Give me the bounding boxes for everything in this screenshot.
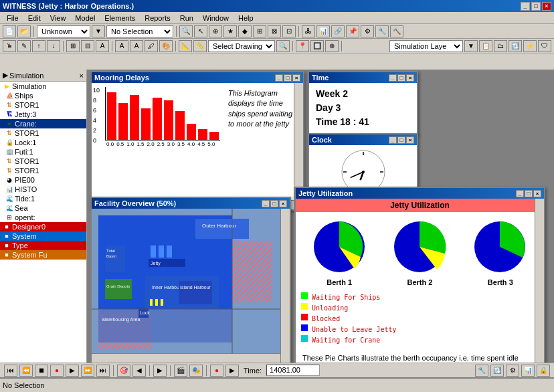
tb-unknown-select[interactable]: Unknown (37, 25, 90, 37)
tb-btn14[interactable]: 🔧 (375, 25, 389, 37)
tb-btn13[interactable]: ⚙ (361, 25, 374, 37)
tb2-btn16[interactable]: ⊕ (325, 40, 339, 52)
tree-item-futi[interactable]: 🏢 Futi:1 (0, 147, 86, 157)
clock-close[interactable]: × (406, 136, 414, 144)
menu-file[interactable]: File (3, 13, 23, 23)
tb-btn5[interactable]: ◆ (238, 25, 252, 37)
playback-stop[interactable]: ⏹ (35, 365, 48, 377)
pb-settings2[interactable]: 🔃 (490, 365, 504, 377)
menu-window[interactable]: Window (199, 13, 233, 23)
playback-forward-end[interactable]: ⏭ (96, 365, 110, 377)
tree-item-sea[interactable]: 🌊 Sea (0, 203, 86, 213)
playback-rewind-end[interactable]: ⏮ (4, 365, 17, 377)
maximize-button[interactable]: □ (531, 2, 541, 11)
tb-btn4[interactable]: ★ (223, 25, 237, 37)
clock-maximize[interactable]: □ (397, 136, 405, 144)
tree-collapse-icon[interactable]: ▶ (3, 71, 8, 80)
playback-play[interactable]: ▶ (66, 365, 79, 377)
playback-rewind[interactable]: ⏪ (19, 365, 33, 377)
facility-minimize[interactable]: _ (262, 200, 270, 207)
playback-rec-red[interactable]: ● (210, 365, 223, 377)
tree-item-system[interactable]: ■ System (0, 231, 86, 241)
tb2-btn8[interactable]: A (115, 40, 128, 52)
tb-btn6[interactable]: ⊞ (253, 25, 266, 37)
tb2-btn9[interactable]: A (130, 40, 143, 52)
tree-item-sysfu[interactable]: ■ System Fu (0, 250, 86, 260)
menu-model[interactable]: Model (71, 13, 99, 23)
jetty-title[interactable]: Jetty Utilization _ □ × (296, 188, 544, 199)
tb2-btn3[interactable]: ↑ (32, 40, 45, 52)
facility-vscroll[interactable] (280, 209, 290, 363)
pb-settings4[interactable]: 📊 (521, 365, 535, 377)
tree-item-open[interactable]: ⊞ opent: (0, 213, 86, 222)
pb-settings5[interactable]: 🔒 (537, 365, 550, 377)
jetty-vscroll[interactable] (535, 199, 544, 377)
tb2-layer-btn[interactable]: ▼ (464, 40, 478, 52)
tb2-btn13[interactable]: 📏 (193, 40, 207, 52)
tree-scroll[interactable]: ▶ Simulation ⛵ Ships ⇅ STOR1 🏗 Jetty:3 ●… (0, 82, 86, 376)
tree-item-stor1c[interactable]: ⇅ STOR1 (0, 157, 86, 166)
playback-step2[interactable]: ◀ (132, 365, 146, 377)
tree-item-histo[interactable]: 📊 HISTO (0, 185, 86, 194)
time-value-field[interactable]: 14081.00 (266, 365, 320, 376)
tb2-btn14[interactable]: 📍 (296, 40, 309, 52)
tree-close-icon[interactable]: × (80, 72, 84, 80)
tb-btn15[interactable]: 🔨 (390, 25, 403, 37)
clock-window-title[interactable]: Clock _ □ × (309, 134, 417, 145)
menu-view[interactable]: View (46, 13, 70, 23)
tb2-btn7[interactable]: A (96, 40, 109, 52)
menu-help[interactable]: Help (234, 13, 258, 23)
minimize-button[interactable]: _ (521, 2, 530, 11)
playback-btn1[interactable]: ▶ (153, 365, 167, 377)
clock-minimize[interactable]: _ (389, 136, 397, 144)
tb2-dropdown[interactable]: 🔍 (276, 40, 290, 52)
tree-item-designer[interactable]: ■ Designer0 (0, 222, 86, 231)
menu-run[interactable]: Run (176, 13, 197, 23)
time-window-title[interactable]: Time _ □ × (309, 72, 417, 83)
facility-title[interactable]: Facility Overview (50%) _ □ × (92, 198, 290, 209)
tree-item-stor1d[interactable]: ⇅ STOR1 (0, 166, 86, 175)
jetty-maximize[interactable]: □ (525, 190, 533, 197)
tb2-btn18[interactable]: 🗂 (494, 40, 507, 52)
tb-btn1[interactable]: 🔍 (179, 25, 193, 37)
playback-btn3[interactable]: 🎭 (189, 365, 203, 377)
tb2-btn12[interactable]: 📐 (179, 40, 192, 52)
mooring-minimize[interactable]: _ (275, 74, 283, 82)
tb-btn8[interactable]: ⊡ (282, 25, 296, 37)
playback-step[interactable]: 🎯 (117, 365, 130, 377)
tb-btn10[interactable]: 📊 (316, 25, 330, 37)
tree-item-type[interactable]: ■ Type (0, 241, 86, 250)
playback-play2[interactable]: ▶ (225, 365, 239, 377)
time-minimize[interactable]: _ (389, 74, 397, 82)
tree-item-pie[interactable]: ◕ PIE00 (0, 175, 86, 185)
tb2-btn11[interactable]: 🎨 (159, 40, 173, 52)
tb2-btn21[interactable]: 🛡 (538, 40, 551, 52)
tb2-btn5[interactable]: ⊞ (66, 40, 80, 52)
close-button[interactable]: × (542, 2, 551, 11)
tb2-drawing-select[interactable]: Select Drawing (208, 40, 275, 52)
tb-btn11[interactable]: 🔗 (331, 25, 345, 37)
playback-btn2[interactable]: 🎬 (174, 365, 187, 377)
tb-new[interactable]: 📄 (3, 25, 16, 37)
menu-elements[interactable]: Elements (100, 13, 139, 23)
time-close[interactable]: × (406, 74, 414, 82)
tb-btn2[interactable]: ↖ (194, 25, 207, 37)
mooring-close[interactable]: × (292, 74, 300, 82)
tree-item-tide[interactable]: 🌊 Tide:1 (0, 194, 86, 203)
tb2-btn6[interactable]: ⊟ (81, 40, 94, 52)
tb2-btn20[interactable]: ⚡ (523, 40, 537, 52)
mooring-title[interactable]: Mooring Delays _ □ × (92, 72, 303, 83)
tb-selection-select[interactable]: No Selection (106, 25, 173, 37)
tb-dropdown1[interactable]: ▼ (92, 25, 105, 37)
facility-maximize[interactable]: □ (270, 200, 278, 207)
tb2-btn17[interactable]: 📋 (479, 40, 492, 52)
tree-item-stor1[interactable]: ⇅ STOR1 (0, 100, 86, 110)
time-maximize[interactable]: □ (397, 74, 405, 82)
tb-btn3[interactable]: ⊕ (209, 25, 222, 37)
tree-item-lock[interactable]: 🔒 Lock:1 (0, 138, 86, 147)
tree-item-jetty[interactable]: 🏗 Jetty:3 (0, 110, 86, 119)
tb2-btn19[interactable]: 🔃 (509, 40, 522, 52)
tb-btn12[interactable]: 📌 (346, 25, 359, 37)
jetty-minimize[interactable]: _ (516, 190, 524, 197)
tree-item-simulation[interactable]: ▶ Simulation (0, 82, 86, 91)
